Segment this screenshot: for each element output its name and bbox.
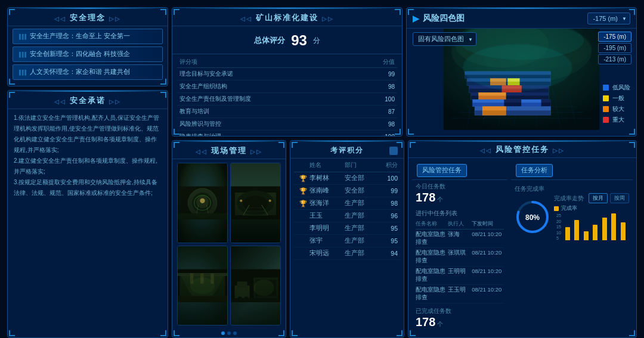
depth-option-3[interactable]: -213 (m) bbox=[598, 54, 631, 64]
concept-item-3: 人文关怀理念：家企和谐 共建共创 bbox=[13, 64, 163, 80]
assess-dept-1: 安全部 bbox=[345, 187, 380, 195]
assess-dept-2: 生产部 bbox=[345, 199, 380, 207]
rc-tab-tasks[interactable]: 风险管控任务 bbox=[417, 164, 467, 177]
risk-chart-header: ▶ 风险四色图 -175 (m) bbox=[407, 8, 636, 29]
total-score-value: 93 bbox=[291, 32, 307, 49]
svg-point-41 bbox=[463, 44, 572, 91]
mine-right-arrow bbox=[322, 14, 334, 23]
score-col-name: 评分项 bbox=[179, 58, 197, 66]
field-mgmt-panel: 现场管理 bbox=[172, 140, 286, 338]
task-list-title: 进行中任务列表 bbox=[416, 208, 504, 219]
mine-blocks-front bbox=[475, 107, 551, 115]
depth-dropdown[interactable]: -175 (m) bbox=[587, 13, 630, 24]
pagination-dot-3[interactable] bbox=[233, 331, 237, 335]
completed-value-row: 178 个 bbox=[416, 315, 504, 329]
tunnel-overlay-4 bbox=[231, 246, 280, 325]
tunnel-overlay-1 bbox=[178, 163, 227, 243]
field-right-arrow bbox=[250, 147, 262, 156]
completion-rate-area: 80% 完成率走势 按月 按周 bbox=[515, 193, 629, 240]
assess-col-name: 姓名 bbox=[309, 161, 345, 169]
pagination-dots bbox=[172, 329, 286, 337]
score-row: 理念目标与安全承诺99 bbox=[177, 68, 397, 80]
rc-left-section: 风险管控任务 今日任务数 178 个 bbox=[412, 160, 507, 335]
assess-name-4: 李明明 bbox=[309, 224, 345, 232]
assess-name-5: 张宇 bbox=[309, 237, 345, 245]
task-row: 配电室隐患排查 张海 08/21 10:20 bbox=[416, 230, 504, 248]
assess-rows: 🏆 李树林 安全部 100 🏆 张南峰 安全部 99 🏆 张海洋 生产部 98 … bbox=[294, 172, 400, 260]
score-row-value: 98 bbox=[377, 83, 395, 90]
today-tasks-label: 今日任务数 bbox=[416, 182, 504, 191]
concept-item-2: 安全创新理念：四化融合 科技强企 bbox=[13, 46, 163, 62]
score-row-value: 100 bbox=[377, 96, 395, 103]
pledge-left-arrow bbox=[54, 97, 66, 106]
field-images-grid bbox=[172, 159, 286, 329]
today-tasks-stat: 今日任务数 178 个 bbox=[416, 182, 504, 204]
depth-selector-btn[interactable]: -175 (m) bbox=[587, 13, 630, 24]
pledge-content: 1.依法建立安全生产管理机构,配齐人员,保证安全生产管理机构发挥职能作用,使安全… bbox=[14, 114, 159, 196]
svg-rect-40 bbox=[482, 107, 506, 111]
concept-text-3: 人文关怀理念：家企和谐 共建共创 bbox=[30, 68, 130, 76]
depth-option-2[interactable]: -195 (m) bbox=[598, 43, 631, 53]
assess-score-1: 99 bbox=[380, 187, 398, 194]
legend-label-general: 一般 bbox=[612, 94, 624, 103]
score-row-name: 理念目标与安全承诺 bbox=[179, 70, 233, 78]
svg-rect-36 bbox=[522, 100, 541, 103]
legend-dot-critical bbox=[603, 117, 609, 123]
concept-item-1: 安全生产理念：生命至上 安全第一 bbox=[13, 29, 163, 44]
bar-fill-3 bbox=[584, 231, 589, 240]
depth-option-1[interactable]: -175 (m) bbox=[598, 32, 631, 42]
assess-name-0: 李树林 bbox=[309, 174, 345, 182]
assess-dept-6: 生产部 bbox=[345, 249, 380, 258]
task-list: 进行中任务列表 任务名称 执行人 下发时间 配电室隐患排查 张海 08/21 1… bbox=[416, 208, 504, 303]
bar-fill-6 bbox=[611, 213, 616, 240]
assessment-table: 姓名 部门 积分 🏆 李树林 安全部 100 🏆 张南峰 安全部 99 🏆 张海… bbox=[290, 159, 404, 260]
field-image-2 bbox=[230, 163, 281, 243]
tunnel-overlay-2 bbox=[231, 163, 280, 243]
assess-score-0: 100 bbox=[380, 175, 398, 182]
bar-fill-5 bbox=[602, 218, 607, 240]
svg-text:80%: 80% bbox=[525, 213, 540, 222]
pledge-right-arrow bbox=[109, 97, 121, 106]
assess-row: 🏆 张南峰 安全部 99 bbox=[294, 185, 400, 197]
legend-low-risk: 低风险 bbox=[603, 83, 630, 92]
safety-concepts-label: 安全理念 bbox=[70, 13, 106, 23]
assess-rank-1: 🏆 bbox=[296, 187, 309, 195]
assess-row: 🏆 李树林 安全部 100 bbox=[294, 172, 400, 185]
circle-progress: 80% bbox=[515, 199, 550, 235]
assessment-title-bar: 考评积分 bbox=[290, 141, 404, 159]
task-name-0: 配电室隐患排查 bbox=[416, 231, 448, 246]
task-exec-0: 张海 bbox=[448, 231, 472, 246]
score-row: 安全生产组织结构98 bbox=[177, 80, 397, 93]
task-time-0: 08/21 10:20 bbox=[472, 231, 504, 246]
sub-risk-selector[interactable]: 固有风险四色图 bbox=[413, 32, 476, 46]
mine-standard-label: 矿山标准化建设 bbox=[256, 13, 318, 23]
bar-7 bbox=[620, 222, 627, 240]
completed-label: 已完成任务数 bbox=[416, 307, 504, 315]
assess-name-2: 张海洋 bbox=[309, 199, 345, 207]
pagination-dot-2[interactable] bbox=[227, 331, 231, 335]
rc-tabs: 风险管控任务 bbox=[412, 160, 507, 180]
score-row-value: 99 bbox=[377, 71, 395, 77]
field-image-3 bbox=[177, 246, 228, 326]
tunnel-overlay-3 bbox=[178, 246, 227, 325]
th-name: 任务名称 bbox=[416, 220, 448, 228]
task-rows: 配电室隐患排查 张海 08/21 10:20 配电室隐患排查 张琪琪 08/21… bbox=[416, 230, 504, 303]
task-row: 配电室隐患排查 张琪琪 08/21 10:20 bbox=[416, 248, 504, 266]
assess-row: 张宇 生产部 95 bbox=[294, 235, 400, 247]
bar-6 bbox=[610, 213, 617, 240]
today-tasks-unit: 个 bbox=[437, 196, 443, 203]
risk-control-body: 风险管控任务 今日任务数 178 个 bbox=[408, 158, 636, 337]
tab-monthly[interactable]: 按月 bbox=[589, 193, 608, 203]
legend-label-low: 低风险 bbox=[612, 83, 630, 92]
pagination-dot-1[interactable] bbox=[221, 331, 225, 335]
svg-rect-34 bbox=[473, 100, 504, 103]
rc-tab-analysis[interactable]: 任务分析 bbox=[516, 164, 553, 177]
score-row-name: 安全生产责任制及管理制度 bbox=[179, 95, 251, 103]
bar-chart: 25 20 15 10 5 bbox=[554, 213, 629, 240]
tab-weekly[interactable]: 按周 bbox=[610, 193, 629, 203]
score-row: 隐患排查与治理100 bbox=[177, 131, 397, 137]
trend-chart: 完成率走势 按月 按周 完成率 bbox=[554, 193, 629, 240]
field-image-4 bbox=[230, 246, 281, 326]
depth-options-list: -175 (m) -195 (m) -213 (m) bbox=[598, 32, 631, 64]
tunnel-visual-3 bbox=[178, 246, 227, 325]
